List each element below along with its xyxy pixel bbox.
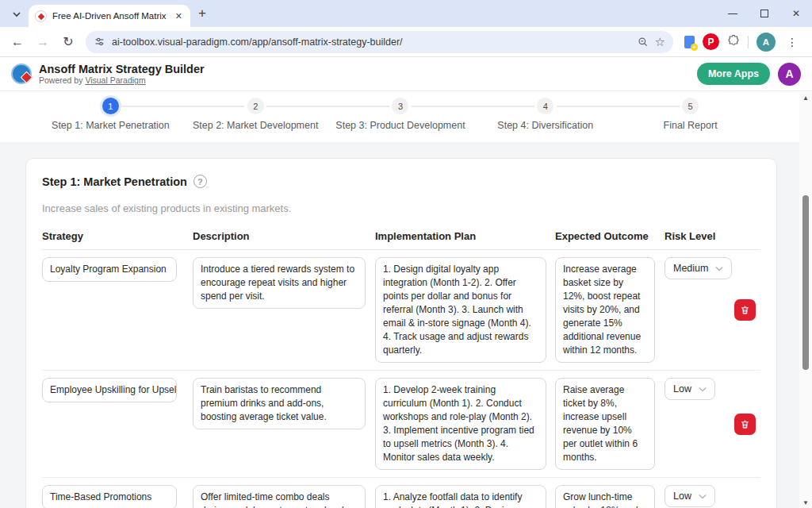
close-button[interactable]: ✕ — [780, 2, 812, 25]
header-strategy: Strategy — [42, 230, 181, 242]
powered-by-text: Powered by — [39, 75, 82, 85]
stepper-section: 1 Step 1: Market Penetration 2 Step 2: M… — [0, 91, 812, 142]
window-controls: — ✕ — [717, 0, 812, 27]
outcome-input[interactable]: Increase average basket size by 12%, boo… — [555, 257, 655, 363]
risk-level-select[interactable]: Low — [665, 485, 715, 507]
delete-row-button[interactable] — [734, 414, 756, 435]
user-avatar[interactable]: A — [778, 63, 801, 86]
plus-badge: + — [691, 44, 698, 51]
header-description: Description — [193, 230, 366, 242]
description-input[interactable]: Introduce a tiered rewards system to enc… — [193, 257, 366, 309]
description-input[interactable]: Train baristas to recommend premium drin… — [193, 378, 366, 429]
plan-input[interactable]: 1. Analyze footfall data to identify pea… — [375, 485, 546, 508]
plan-input[interactable]: 1. Design digital loyalty app integratio… — [375, 257, 546, 363]
section-subtitle: Increase sales of existing products in e… — [42, 202, 760, 214]
step-2-market-development[interactable]: 2 Step 2: Market Development — [183, 98, 328, 131]
address-bar[interactable]: ai-toolbox.visual-paradigm.com/app/ansof… — [86, 31, 673, 53]
extension-icons: + P A ⋮ — [680, 33, 806, 52]
header-actions: More Apps A — [697, 63, 801, 86]
app-title: Ansoff Matrix Strategy Builder — [39, 63, 205, 76]
new-tab-button[interactable]: + — [198, 6, 206, 21]
browser-tab-strip: Free AI-Driven Ansoff Matrix St ✕ + — ✕ — [0, 0, 812, 27]
strategy-input[interactable]: Employee Upskilling for Upsell — [42, 378, 177, 402]
browser-tab-active[interactable]: Free AI-Driven Ansoff Matrix St ✕ — [29, 5, 190, 27]
toolbar-divider — [748, 36, 749, 48]
risk-level-value: Low — [673, 491, 691, 502]
header-plan: Implementation Plan — [375, 230, 546, 242]
tab-title: Free AI-Driven Ansoff Matrix St — [52, 11, 168, 21]
chevron-down-icon — [699, 387, 707, 392]
table-row: Time-Based Promotions Offer limited-time… — [42, 478, 760, 508]
extensions-puzzle-icon[interactable] — [727, 34, 740, 50]
step-4-dot: 4 — [537, 98, 553, 114]
powered-by: Powered by Visual Paradigm — [39, 75, 205, 85]
trash-icon — [740, 419, 750, 429]
page-scrollbar[interactable]: ▲ ▼ — [799, 92, 812, 508]
reload-button[interactable]: ↻ — [57, 31, 79, 53]
outcome-input[interactable]: Grow lunch-time sales by 18% and increas… — [555, 485, 655, 508]
browser-profile-avatar[interactable]: A — [756, 33, 776, 52]
bookmark-star-icon[interactable]: ☆ — [655, 35, 665, 49]
table-row: Employee Upskilling for Upsell Train bar… — [42, 371, 760, 478]
table-header-row: Strategy Description Implementation Plan… — [42, 230, 760, 250]
chevron-down-icon — [699, 494, 707, 499]
step-4-label: Step 4: Diversification — [497, 120, 593, 131]
table-row: Loyalty Program Expansion Introduce a ti… — [42, 250, 760, 371]
back-button[interactable]: ← — [6, 31, 29, 53]
visual-paradigm-logo-icon — [11, 64, 32, 84]
step-2-label: Step 2: Market Development — [193, 120, 318, 131]
site-favicon — [35, 10, 47, 22]
step-4-diversification[interactable]: 4 Step 4: Diversification — [473, 98, 618, 131]
stepper: 1 Step 1: Market Penetration 2 Step 2: M… — [38, 98, 763, 131]
url-text: ai-toolbox.visual-paradigm.com/app/ansof… — [112, 37, 631, 48]
save-page-extension-icon[interactable]: + — [684, 36, 695, 48]
step-3-label: Step 3: Product Development — [335, 120, 465, 131]
delete-row-button[interactable] — [734, 299, 756, 321]
browser-toolbar: ← → ↻ ai-toolbox.visual-paradigm.com/app… — [0, 27, 812, 57]
step-2-dot: 2 — [247, 98, 264, 114]
minimize-button[interactable]: — — [717, 2, 749, 25]
step-1-market-penetration[interactable]: 1 Step 1: Market Penetration — [38, 98, 183, 131]
forward-button[interactable]: → — [32, 31, 54, 53]
trash-icon — [740, 305, 750, 315]
header-risk: Risk Level — [665, 230, 734, 242]
strategy-card: Step 1: Market Penetration ? Increase sa… — [25, 158, 777, 508]
tab-close-icon[interactable]: ✕ — [174, 11, 184, 21]
maximize-icon — [760, 10, 768, 17]
app-header: Ansoff Matrix Strategy Builder Powered b… — [0, 57, 812, 91]
strategy-input[interactable]: Time-Based Promotions — [42, 485, 177, 508]
outcome-input[interactable]: Raise average ticket by 8%, increase ups… — [555, 378, 655, 470]
zoom-icon[interactable] — [638, 37, 649, 48]
risk-level-value: Medium — [673, 263, 708, 274]
site-settings-icon[interactable] — [94, 36, 105, 48]
risk-level-select[interactable]: Medium — [665, 257, 732, 279]
risk-level-select[interactable]: Low — [665, 378, 715, 400]
step-3-product-development[interactable]: 3 Step 3: Product Development — [328, 98, 473, 131]
step-3-dot: 3 — [392, 98, 408, 114]
tab-search-button[interactable] — [6, 6, 27, 23]
step-1-label: Step 1: Market Penetration — [52, 120, 170, 131]
step-5-dot: 5 — [682, 98, 699, 114]
chevron-down-icon — [12, 10, 21, 19]
page-background: Step 1: Market Penetration ? Increase sa… — [0, 142, 812, 497]
more-apps-button[interactable]: More Apps — [697, 63, 770, 85]
plan-input[interactable]: 1. Develop 2-week training curriculum (M… — [375, 378, 546, 470]
scroll-up-icon[interactable]: ▲ — [799, 92, 812, 103]
step-5-final-report[interactable]: 5 Final Report — [618, 98, 763, 131]
app-title-block: Ansoff Matrix Strategy Builder Powered b… — [39, 63, 205, 86]
risk-level-value: Low — [673, 383, 691, 394]
browser-menu-icon[interactable]: ⋮ — [783, 36, 801, 48]
step-5-label: Final Report — [664, 120, 718, 131]
visual-paradigm-link[interactable]: Visual Paradigm — [85, 75, 145, 85]
step-1-dot: 1 — [102, 98, 119, 114]
help-icon[interactable]: ? — [193, 175, 207, 188]
chevron-down-icon — [715, 266, 723, 271]
description-input[interactable]: Offer limited-time combo deals during pe… — [193, 485, 366, 508]
strategy-input[interactable]: Loyalty Program Expansion — [42, 257, 177, 282]
section-title: Step 1: Market Penetration — [42, 175, 187, 188]
scrollbar-thumb[interactable] — [802, 195, 809, 370]
maximize-button[interactable] — [749, 2, 780, 25]
scroll-down-icon[interactable]: ▼ — [799, 497, 812, 508]
header-outcome: Expected Outcome — [555, 230, 655, 242]
pinterest-extension-icon[interactable]: P — [703, 33, 719, 50]
